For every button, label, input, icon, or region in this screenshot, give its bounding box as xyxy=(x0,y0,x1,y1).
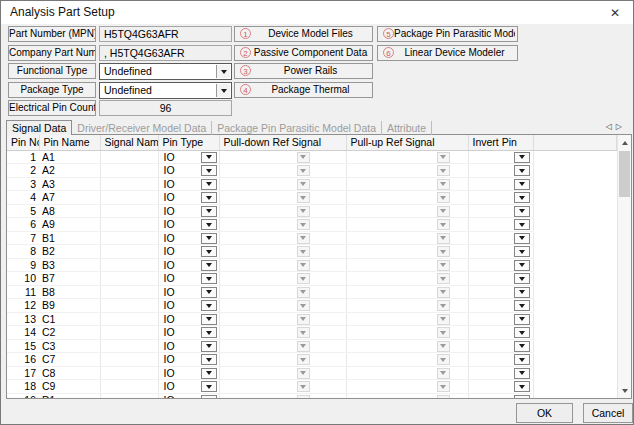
pin-type-dropdown-icon[interactable] xyxy=(201,300,217,311)
pull-down-ref-dropdown-icon[interactable] xyxy=(297,314,310,325)
pull-up-ref-dropdown-icon[interactable] xyxy=(437,152,450,163)
pull-up-ref-dropdown-icon[interactable] xyxy=(437,192,450,203)
invert-pin-dropdown-icon[interactable] xyxy=(514,381,530,392)
table-row[interactable]: 13 C1 IO xyxy=(7,312,617,326)
invert-pin-dropdown-icon[interactable] xyxy=(514,246,530,257)
pull-up-ref-dropdown-icon[interactable] xyxy=(437,179,450,190)
pull-up-ref-dropdown-icon[interactable] xyxy=(437,395,450,399)
table-row[interactable]: 8 B2 IO xyxy=(7,245,617,259)
pull-down-ref-dropdown-icon[interactable] xyxy=(297,395,310,399)
pull-down-ref-dropdown-icon[interactable] xyxy=(297,354,310,365)
pin-type-dropdown-icon[interactable] xyxy=(201,233,217,244)
pin-type-dropdown-icon[interactable] xyxy=(201,219,217,230)
pin-type-dropdown-icon[interactable] xyxy=(201,246,217,257)
col-header-pin-type[interactable]: Pin Type xyxy=(158,135,219,150)
table-row[interactable]: 14 C2 IO xyxy=(7,326,617,340)
table-row[interactable]: 18 C9 IO xyxy=(7,380,617,394)
invert-pin-dropdown-icon[interactable] xyxy=(514,368,530,379)
linear-device-modeler-button[interactable]: 6 Linear Device Modeler xyxy=(377,45,518,61)
chevron-down-icon[interactable] xyxy=(216,65,230,78)
table-row[interactable]: 19 D1 IO xyxy=(7,393,617,398)
pull-down-ref-dropdown-icon[interactable] xyxy=(297,165,310,176)
company-part-number-field[interactable]: , H5TQ4G63AFR xyxy=(99,45,232,61)
pull-down-ref-dropdown-icon[interactable] xyxy=(297,327,310,338)
pin-type-dropdown-icon[interactable] xyxy=(201,260,217,271)
pin-type-dropdown-icon[interactable] xyxy=(201,165,217,176)
table-row[interactable]: 9 B3 IO xyxy=(7,258,617,272)
pin-type-dropdown-icon[interactable] xyxy=(201,192,217,203)
tab-scroll-right-icon[interactable]: ▷ xyxy=(616,122,626,131)
invert-pin-dropdown-icon[interactable] xyxy=(514,300,530,311)
table-row[interactable]: 17 C8 IO xyxy=(7,366,617,380)
pin-type-dropdown-icon[interactable] xyxy=(201,287,217,298)
pull-up-ref-dropdown-icon[interactable] xyxy=(437,300,450,311)
pull-down-ref-dropdown-icon[interactable] xyxy=(297,152,310,163)
pin-type-dropdown-icon[interactable] xyxy=(201,395,217,399)
table-row[interactable]: 16 C7 IO xyxy=(7,353,617,367)
col-header-invert-pin[interactable]: Invert Pin xyxy=(468,135,533,150)
pull-down-ref-dropdown-icon[interactable] xyxy=(297,260,310,271)
pull-up-ref-dropdown-icon[interactable] xyxy=(437,287,450,298)
pull-up-ref-dropdown-icon[interactable] xyxy=(437,341,450,352)
pin-type-dropdown-icon[interactable] xyxy=(201,327,217,338)
vertical-scrollbar[interactable] xyxy=(617,135,631,398)
chevron-down-icon[interactable] xyxy=(216,84,230,97)
pin-type-dropdown-icon[interactable] xyxy=(201,341,217,352)
cancel-button[interactable]: Cancel xyxy=(583,403,633,423)
pull-up-ref-dropdown-icon[interactable] xyxy=(437,327,450,338)
pull-down-ref-dropdown-icon[interactable] xyxy=(297,192,310,203)
pin-type-dropdown-icon[interactable] xyxy=(201,368,217,379)
pull-up-ref-dropdown-icon[interactable] xyxy=(437,368,450,379)
invert-pin-dropdown-icon[interactable] xyxy=(514,179,530,190)
pin-type-dropdown-icon[interactable] xyxy=(201,314,217,325)
part-number-field[interactable]: H5TQ4G63AFR xyxy=(99,26,232,42)
pin-type-dropdown-icon[interactable] xyxy=(201,381,217,392)
functional-type-combobox[interactable]: Undefined xyxy=(99,63,232,80)
pull-up-ref-dropdown-icon[interactable] xyxy=(437,165,450,176)
invert-pin-dropdown-icon[interactable] xyxy=(514,327,530,338)
pull-up-ref-dropdown-icon[interactable] xyxy=(437,206,450,217)
device-model-files-button[interactable]: 1 Device Model Files xyxy=(234,26,373,42)
invert-pin-dropdown-icon[interactable] xyxy=(514,395,530,399)
invert-pin-dropdown-icon[interactable] xyxy=(514,260,530,271)
tab-scroll-left-icon[interactable]: ◁ xyxy=(606,122,616,131)
table-row[interactable]: 1 A1 IO xyxy=(7,150,617,164)
pull-down-ref-dropdown-icon[interactable] xyxy=(297,246,310,257)
invert-pin-dropdown-icon[interactable] xyxy=(514,287,530,298)
table-row[interactable]: 7 B1 IO xyxy=(7,231,617,245)
pull-down-ref-dropdown-icon[interactable] xyxy=(297,273,310,284)
table-row[interactable]: 3 A3 IO xyxy=(7,177,617,191)
pull-up-ref-dropdown-icon[interactable] xyxy=(437,246,450,257)
scrollbar-thumb[interactable] xyxy=(619,151,630,197)
pin-type-dropdown-icon[interactable] xyxy=(201,354,217,365)
pull-down-ref-dropdown-icon[interactable] xyxy=(297,287,310,298)
pull-down-ref-dropdown-icon[interactable] xyxy=(297,368,310,379)
invert-pin-dropdown-icon[interactable] xyxy=(514,354,530,365)
passive-component-data-button[interactable]: 2 Passive Component Data xyxy=(234,45,373,61)
tab-attribute[interactable]: Attribute xyxy=(382,121,432,135)
pull-up-ref-dropdown-icon[interactable] xyxy=(437,354,450,365)
pull-down-ref-dropdown-icon[interactable] xyxy=(297,381,310,392)
col-header-pin-name[interactable]: Pin Name xyxy=(39,135,100,150)
table-row[interactable]: 6 A9 IO xyxy=(7,218,617,232)
power-rails-button[interactable]: 3 Power Rails xyxy=(234,63,373,79)
table-row[interactable]: 12 B9 IO xyxy=(7,299,617,313)
table-row[interactable]: 11 B8 IO xyxy=(7,285,617,299)
tab-signal-data[interactable]: Signal Data xyxy=(6,120,72,135)
tab-driver-receiver-model-data[interactable]: Driver/Receiver Model Data xyxy=(72,121,212,135)
invert-pin-dropdown-icon[interactable] xyxy=(514,219,530,230)
table-row[interactable]: 15 C3 IO xyxy=(7,339,617,353)
table-row[interactable]: 5 A8 IO xyxy=(7,204,617,218)
pin-type-dropdown-icon[interactable] xyxy=(201,206,217,217)
ok-button[interactable]: OK xyxy=(516,403,573,423)
invert-pin-dropdown-icon[interactable] xyxy=(514,341,530,352)
invert-pin-dropdown-icon[interactable] xyxy=(514,192,530,203)
pull-up-ref-dropdown-icon[interactable] xyxy=(437,381,450,392)
pull-up-ref-dropdown-icon[interactable] xyxy=(437,233,450,244)
col-header-pin-no[interactable]: Pin No xyxy=(7,135,39,150)
pull-down-ref-dropdown-icon[interactable] xyxy=(297,219,310,230)
invert-pin-dropdown-icon[interactable] xyxy=(514,206,530,217)
invert-pin-dropdown-icon[interactable] xyxy=(514,165,530,176)
pull-down-ref-dropdown-icon[interactable] xyxy=(297,233,310,244)
pull-down-ref-dropdown-icon[interactable] xyxy=(297,341,310,352)
